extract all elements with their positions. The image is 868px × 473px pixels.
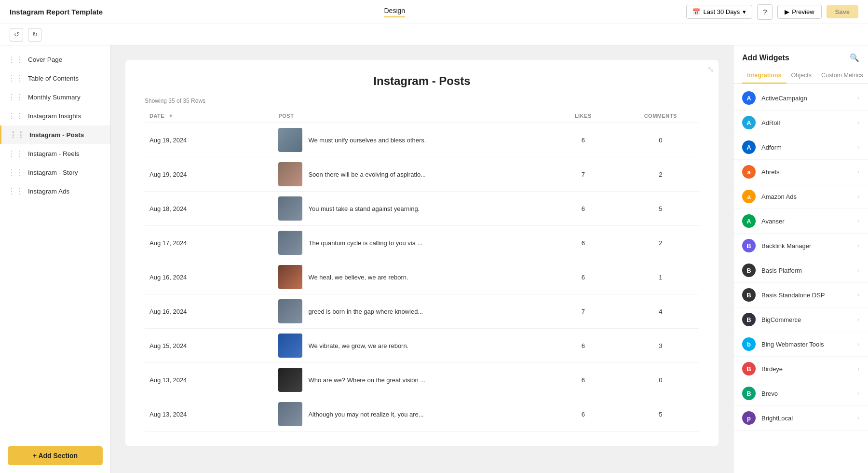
likes-cell: 6 — [544, 226, 622, 260]
integration-label: Basis Standalone DSP — [761, 292, 857, 299]
integration-label: Avanser — [761, 218, 857, 225]
integration-item-amazon-ads[interactable]: a Amazon Ads › — [733, 184, 868, 209]
post-thumbnail — [278, 334, 302, 358]
sidebar-footer: + Add Section — [0, 438, 110, 473]
topbar-center: Design — [384, 7, 406, 17]
sidebar-item-instagram-reels[interactable]: ⋮⋮ Instagram - Reels — [0, 144, 110, 163]
comments-cell: 4 — [622, 294, 699, 329]
redo-button[interactable]: ↻ — [28, 28, 41, 42]
post-thumbnail — [278, 265, 302, 289]
integration-item-adform[interactable]: A Adform › — [733, 135, 868, 160]
date-cell: Aug 16, 2024 — [145, 294, 273, 329]
integration-item-basis-standalone[interactable]: B Basis Standalone DSP › — [733, 283, 868, 307]
drag-handle: ⋮⋮ — [8, 168, 23, 177]
integration-item-bigcommerce[interactable]: B BigCommerce › — [733, 307, 868, 332]
integration-list: A ActiveCampaign › A AdRoll › A Adform ›… — [733, 84, 868, 473]
sidebar-item-label: Instagram - Reels — [28, 150, 80, 157]
undo-button[interactable]: ↺ — [10, 28, 23, 42]
comments-cell: 2 — [622, 226, 699, 260]
integration-label: Bing Webmaster Tools — [761, 341, 857, 348]
integration-logo: B — [742, 264, 756, 277]
integration-item-birdeye[interactable]: B Birdeye › — [733, 357, 868, 381]
integration-label: AdRoll — [761, 119, 857, 126]
integration-label: Adform — [761, 144, 857, 151]
app-title: Instagram Report Template — [10, 8, 103, 16]
post-text: We heal, we believe, we are reborn. — [308, 274, 408, 281]
topbar: Instagram Report Template Design 📅 Last … — [0, 0, 868, 24]
comments-cell: 5 — [622, 397, 699, 431]
panel-tab-objects[interactable]: Objects — [787, 68, 816, 83]
design-tab[interactable]: Design — [384, 7, 406, 17]
save-button[interactable]: Save — [827, 5, 858, 18]
likes-cell: 6 — [544, 397, 622, 431]
chevron-right-icon: › — [857, 292, 859, 298]
sidebar-item-instagram-ads[interactable]: ⋮⋮ Instagram Ads — [0, 182, 110, 201]
post-cell: We must unify ourselves and bless others… — [273, 123, 544, 157]
integration-item-ahrefs[interactable]: a Ahrefs › — [733, 160, 868, 184]
info-icon: ? — [763, 8, 767, 16]
integration-item-backlink-manager[interactable]: B Backlink Manager › — [733, 234, 868, 258]
chevron-right-icon: › — [857, 316, 859, 323]
integration-item-brightlocal[interactable]: p BrightLocal › — [733, 406, 868, 431]
integration-item-avanser[interactable]: A Avanser › — [733, 209, 868, 234]
sort-icon: ▼ — [168, 113, 174, 119]
sidebar-item-table-of-contents[interactable]: ⋮⋮ Table of Contents — [0, 69, 110, 88]
integration-item-adroll[interactable]: A AdRoll › — [733, 111, 868, 135]
content-area: ⤡ Instagram - Posts Showing 35 of 35 Row… — [111, 45, 733, 473]
topbar-actions: 📅 Last 30 Days ▾ ? ▶ Preview Save — [686, 4, 858, 20]
post-text: Soon there will be a evolving of aspirat… — [308, 171, 426, 178]
drag-handle: ⋮⋮ — [8, 93, 23, 102]
table-row: Aug 17, 2024 The quantum cycle is callin… — [145, 226, 699, 260]
chevron-right-icon: › — [857, 390, 859, 397]
drag-handle: ⋮⋮ — [8, 74, 23, 83]
table-row: Aug 13, 2024 Although you may not realiz… — [145, 397, 699, 431]
post-cell: Soon there will be a evolving of aspirat… — [273, 157, 544, 192]
comments-cell: 1 — [622, 260, 699, 294]
table-header-row: DATE ▼ POST LIKES COMMENTS — [145, 109, 699, 123]
drag-handle: ⋮⋮ — [8, 111, 23, 121]
search-icon[interactable]: 🔍 — [850, 53, 859, 62]
integration-item-bing-webmaster[interactable]: b Bing Webmaster Tools › — [733, 332, 868, 357]
drag-handle: ⋮⋮ — [8, 187, 23, 196]
post-thumbnail — [278, 231, 302, 255]
sidebar-item-monthly-summary[interactable]: ⋮⋮ Monthly Summary — [0, 88, 110, 107]
sidebar-item-instagram-story[interactable]: ⋮⋮ Instagram - Story — [0, 163, 110, 182]
sidebar-item-label: Cover Page — [28, 56, 62, 63]
preview-button[interactable]: ▶ Preview — [777, 5, 821, 19]
drag-handle: ⋮⋮ — [9, 130, 25, 139]
comments-column-header: COMMENTS — [622, 109, 699, 123]
panel-tab-integrations[interactable]: Integrations — [742, 68, 787, 83]
right-panel: Add Widgets 🔍 IntegrationsObjectsCustom … — [733, 45, 868, 473]
date-column-header[interactable]: DATE ▼ — [145, 109, 273, 123]
add-section-button[interactable]: + Add Section — [8, 446, 103, 465]
comments-cell: 2 — [622, 157, 699, 192]
table-row: Aug 19, 2024 Soon there will be a evolvi… — [145, 157, 699, 192]
integration-item-active-campaign[interactable]: A ActiveCampaign › — [733, 86, 868, 111]
sidebar-list: ⋮⋮ Cover Page ⋮⋮ Table of Contents ⋮⋮ Mo… — [0, 45, 110, 438]
chevron-right-icon: › — [857, 218, 859, 224]
sidebar-item-instagram-insights[interactable]: ⋮⋮ Instagram Insights — [0, 107, 110, 125]
post-text: greed is born in the gap where knowled..… — [308, 308, 423, 315]
post-cell: The quantum cycle is calling to you via … — [273, 226, 544, 260]
sidebar-item-cover-page[interactable]: ⋮⋮ Cover Page — [0, 50, 110, 69]
resize-handle[interactable]: ⤡ — [707, 65, 714, 74]
date-range-label: Last 30 Days — [703, 8, 740, 15]
likes-cell: 6 — [544, 260, 622, 294]
integration-item-basis-platform[interactable]: B Basis Platform › — [733, 258, 868, 283]
integration-logo: B — [742, 288, 756, 302]
info-button[interactable]: ? — [757, 4, 773, 20]
date-cell: Aug 19, 2024 — [145, 123, 273, 157]
integration-item-brevo[interactable]: B Brevo › — [733, 381, 868, 406]
redo-icon: ↻ — [32, 31, 38, 38]
chevron-down-icon: ▾ — [743, 8, 746, 15]
integration-logo: A — [742, 140, 756, 154]
play-icon: ▶ — [785, 8, 789, 15]
date-range-button[interactable]: 📅 Last 30 Days ▾ — [686, 5, 752, 19]
comments-cell: 0 — [622, 123, 699, 157]
table-body: Aug 19, 2024 We must unify ourselves and… — [145, 123, 699, 431]
panel-tab-custom-metrics[interactable]: Custom Metrics — [816, 68, 868, 83]
sidebar-item-instagram-posts[interactable]: ⋮⋮ Instagram - Posts — [0, 125, 110, 144]
integration-logo: p — [742, 411, 756, 425]
panel-tabs: IntegrationsObjectsCustom MetricsGoals — [733, 68, 868, 84]
calendar-icon: 📅 — [692, 8, 700, 15]
